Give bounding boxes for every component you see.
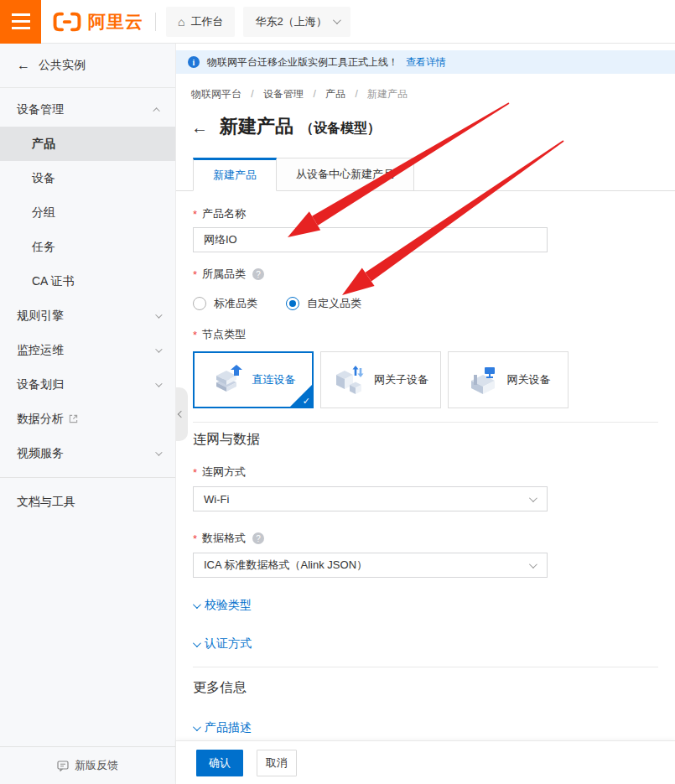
logo-text: 阿里云: [88, 10, 143, 34]
chevron-down-icon: [193, 600, 201, 609]
net-method-select[interactable]: Wi-Fi: [193, 486, 548, 511]
section-divider: [193, 422, 658, 423]
sidebar-collapse-handle[interactable]: [176, 387, 188, 441]
alibaba-cloud-logo-icon: [53, 12, 81, 32]
breadcrumb-product[interactable]: 产品: [325, 88, 345, 100]
auth-method-toggle[interactable]: 认证方式: [193, 636, 658, 652]
product-name-label: 产品名称: [202, 206, 246, 221]
gateway-device-icon: [466, 364, 500, 396]
section-divider: [193, 667, 658, 667]
more-info-section-title: 更多信息: [193, 679, 658, 697]
direct-device-icon: [211, 364, 245, 396]
back-to-public-instance[interactable]: ← 公共实例: [0, 44, 175, 88]
home-icon: ⌂: [178, 15, 184, 29]
sidebar: ← 公共实例 设备管理 产品 设备 分组 任务 CA 证书: [0, 44, 176, 784]
check-type-toggle[interactable]: 校验类型: [193, 598, 658, 613]
chevron-down-icon: [193, 639, 201, 647]
chevron-down-icon: [155, 311, 162, 318]
sidebar-item-device[interactable]: 设备: [0, 161, 175, 195]
network-data-section-title: 连网与数据: [193, 431, 658, 449]
sidebar-item-device-management[interactable]: 设备管理: [0, 92, 175, 127]
chevron-left-icon: [178, 411, 184, 418]
data-format-value: ICA 标准数据格式（Alink JSON）: [204, 558, 367, 573]
product-name-input[interactable]: [193, 227, 548, 252]
page-title: 新建产品: [220, 114, 293, 139]
node-card-direct-device[interactable]: 直连设备 ✓: [193, 351, 314, 408]
breadcrumb-iot-platform[interactable]: 物联网平台: [191, 88, 241, 100]
tab-new-from-device-center[interactable]: 从设备中心新建产品: [277, 158, 414, 191]
tab-new-product[interactable]: 新建产品: [193, 158, 277, 191]
tab-bar: 新建产品 从设备中心新建产品: [176, 158, 675, 191]
data-format-select[interactable]: ICA 标准数据格式（Alink JSON）: [193, 553, 548, 578]
feedback-button[interactable]: 新版反馈: [0, 747, 175, 784]
feedback-label: 新版反馈: [75, 758, 118, 773]
form-footer: 确认 取消: [176, 740, 675, 784]
node-type-label: 节点类型: [202, 327, 246, 342]
net-method-label-row: * 连网方式: [193, 465, 658, 480]
chevron-down-icon: [529, 560, 537, 569]
radio-unselected-icon: [193, 297, 206, 310]
hamburger-menu-icon[interactable]: [0, 0, 41, 44]
info-icon: i: [188, 56, 200, 68]
product-form: * 产品名称 * 所属品类 ? 标准品类 自定义品类 *: [176, 206, 675, 735]
chevron-down-icon: [193, 723, 201, 731]
confirm-button[interactable]: 确认: [196, 750, 243, 776]
public-instance-label: 公共实例: [39, 58, 86, 73]
node-type-label-row: * 节点类型: [193, 327, 658, 342]
region-selector[interactable]: 华东2（上海）: [243, 7, 350, 37]
banner-detail-link[interactable]: 查看详情: [406, 55, 446, 70]
sidebar-item-rules-engine[interactable]: 规则引擎: [0, 299, 175, 333]
sidebar-feedback-area: 新版反馈: [0, 746, 175, 784]
help-icon[interactable]: ?: [252, 532, 264, 544]
page: 阿里云 ⌂ 工作台 华东2（上海） ← 公共实例 设备管理 产品 设备: [0, 0, 675, 784]
breadcrumb-new-product: 新建产品: [367, 88, 408, 100]
gateway-sub-device-icon: [333, 364, 366, 396]
breadcrumb-device-management[interactable]: 设备管理: [263, 88, 304, 100]
required-mark: *: [193, 466, 197, 479]
sidebar-item-video-service[interactable]: 视频服务: [0, 436, 175, 470]
radio-custom-category[interactable]: 自定义品类: [286, 296, 361, 311]
page-header: ← 新建产品 （设备模型）: [191, 114, 675, 139]
region-label: 华东2（上海）: [255, 14, 326, 29]
help-icon[interactable]: ?: [252, 268, 264, 280]
sidebar-item-device-allocation[interactable]: 设备划归: [0, 367, 175, 402]
node-card-gateway-device[interactable]: 网关设备: [448, 351, 569, 408]
external-link-icon: [69, 414, 78, 423]
sidebar-nav: 设备管理 产品 设备 分组 任务 CA 证书 规则引擎: [0, 88, 175, 519]
back-arrow-icon[interactable]: ←: [191, 118, 208, 138]
category-label-row: * 所属品类 ?: [193, 267, 658, 282]
sidebar-item-product[interactable]: 产品: [0, 127, 175, 161]
radio-selected-icon: [286, 297, 299, 310]
workbench-label: 工作台: [190, 14, 223, 29]
sidebar-item-docs-tools[interactable]: 文档与工具: [0, 485, 175, 519]
chevron-down-icon: [155, 345, 162, 352]
category-label: 所属品类: [202, 267, 246, 282]
sidebar-item-group[interactable]: 分组: [0, 195, 175, 230]
back-arrow-icon: ←: [17, 58, 30, 73]
workbench-button[interactable]: ⌂ 工作台: [166, 7, 235, 37]
required-mark: *: [193, 268, 197, 281]
product-name-label-row: * 产品名称: [193, 206, 658, 221]
chevron-down-icon: [529, 494, 537, 502]
product-desc-toggle[interactable]: 产品描述: [193, 720, 658, 735]
required-mark: *: [193, 329, 197, 341]
sidebar-item-monitoring-ops[interactable]: 监控运维: [0, 333, 175, 367]
data-format-label-row: * 数据格式 ?: [193, 531, 658, 546]
chevron-down-icon: [155, 380, 162, 387]
page-subtitle: （设备模型）: [300, 120, 381, 138]
alibaba-cloud-logo[interactable]: 阿里云: [53, 10, 143, 34]
radio-standard-category[interactable]: 标准品类: [193, 296, 257, 311]
feedback-comment-icon: [57, 761, 69, 771]
topbar-divider: [155, 13, 156, 31]
sidebar-item-data-analytics[interactable]: 数据分析: [0, 402, 175, 436]
sidebar-item-task[interactable]: 任务: [0, 230, 175, 264]
node-card-gateway-sub-device[interactable]: 网关子设备: [320, 351, 441, 408]
node-type-cards: 直连设备 ✓ 网关子设备: [193, 351, 658, 408]
required-mark: *: [193, 208, 197, 221]
required-mark: *: [193, 532, 197, 545]
sidebar-item-ca-cert[interactable]: CA 证书: [0, 264, 175, 299]
net-method-value: Wi-Fi: [204, 493, 229, 506]
topbar: 阿里云 ⌂ 工作台 华东2（上海）: [0, 0, 675, 44]
net-method-label: 连网方式: [202, 465, 246, 480]
cancel-button[interactable]: 取消: [257, 750, 297, 776]
